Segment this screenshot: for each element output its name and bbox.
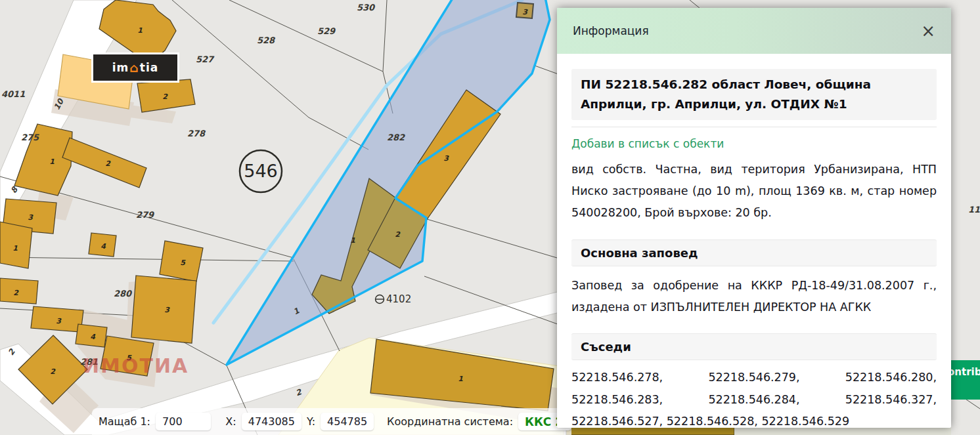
attribution-text: ontribu <box>950 366 980 378</box>
building-label: 3 <box>56 317 62 325</box>
map-label: 530 <box>357 3 376 12</box>
region-number: 546 <box>244 161 278 181</box>
x-label: X: <box>225 415 236 428</box>
map-label: 282 <box>387 133 405 142</box>
map-label: 527 <box>196 54 215 64</box>
neighbors-section-header: Съседи <box>571 333 937 360</box>
info-panel: Информация × ПИ 52218.546.282 област Лов… <box>557 8 951 428</box>
building-label: 3 <box>522 8 528 16</box>
map-label: 4102 <box>386 293 411 305</box>
y-label: Y: <box>307 415 315 428</box>
x-coordinate-input[interactable]: 4743085 <box>242 413 301 430</box>
building-label: 2 <box>395 230 401 239</box>
neighbor-id: 52218.546.284, <box>708 389 799 411</box>
neighbor-id: 52218.546.278, <box>571 367 663 388</box>
imotia-watermark: ИМОТИА <box>83 354 189 377</box>
building-label: 2 <box>50 367 56 376</box>
property-details: вид собств. Частна, вид територия Урбани… <box>571 159 937 224</box>
y-coordinate-input[interactable]: 454785 <box>321 413 374 430</box>
building-label: 3 <box>443 154 449 163</box>
neighbor-id: 52218.546.280, <box>845 367 937 388</box>
building-label: 3 <box>28 213 33 222</box>
order-text: Заповед за одобрение на КККР РД-18-49/31… <box>571 275 937 318</box>
building-label: 2 <box>105 159 111 168</box>
map-label: 280 <box>114 289 133 299</box>
map-label: 4011 <box>1 89 25 99</box>
close-icon[interactable]: × <box>921 22 935 39</box>
neighbors-row: 52218.546.278, 52218.546.279, 52218.546.… <box>571 367 937 388</box>
info-panel-body: ПИ 52218.546.282 област Ловеч, община Ап… <box>557 69 951 428</box>
map-label: 278 <box>187 129 206 138</box>
neighbor-id: 52218.546.327, <box>845 389 937 411</box>
neighbor-id: 52218.546.283, <box>571 389 663 411</box>
neighbors-row: 52218.546.283, 52218.546.284, 52218.546.… <box>571 389 937 411</box>
app-window: 530 529 528 527 282 278 275 4011 279 280… <box>0 0 980 435</box>
map-label: 528 <box>257 35 276 45</box>
logo-text-left: im <box>112 61 129 74</box>
add-to-list-link[interactable]: Добави в списък с обекти <box>571 137 724 150</box>
building-label: 4 <box>90 333 96 341</box>
property-title-wrap: ПИ 52218.546.282 област Ловеч, община Ап… <box>571 69 937 127</box>
neighbors-row: 52218.546.527, 52218.546.528, 52218.546.… <box>571 411 937 428</box>
order-section-header: Основна заповед <box>571 239 937 266</box>
building-label: 1 <box>350 236 355 245</box>
imotia-logo: im⌂tia <box>91 52 179 83</box>
building-label: 3 <box>164 306 170 314</box>
scale-input[interactable]: 700 <box>156 413 211 430</box>
building-label: 2 <box>13 289 19 297</box>
map-label: 529 <box>317 26 336 36</box>
attribution-ribbon[interactable]: ontribu <box>950 360 980 400</box>
panel-title: Информация <box>573 24 649 37</box>
map-label: 279 <box>136 210 155 220</box>
building-label: 1 <box>12 244 18 253</box>
map-label: 11 <box>968 205 980 215</box>
map-statusbar: Мащаб 1: 700 X: 4743085 Y: 454785 Коорди… <box>92 408 571 435</box>
scale-label: Мащаб 1: <box>99 415 150 428</box>
neighbors-list: 52218.546.278, 52218.546.279, 52218.546.… <box>571 367 937 428</box>
building-label: 5 <box>180 259 186 267</box>
property-title: ПИ 52218.546.282 област Ловеч, община Ап… <box>571 69 937 120</box>
neighbor-id: 52218.546.279, <box>708 367 799 388</box>
house-icon: ⌂ <box>129 60 139 75</box>
building-label: 2 <box>162 93 168 101</box>
map-strip <box>734 427 951 435</box>
crs-label: Координатна система: <box>387 415 513 428</box>
building-label: 1 <box>458 375 463 383</box>
map-label: 275 <box>21 133 39 142</box>
building-label: 1 <box>137 26 143 35</box>
building-label: 1 <box>49 157 55 166</box>
building-label: 4 <box>100 242 106 251</box>
logo-text-right: tia <box>140 61 158 74</box>
building[interactable] <box>0 278 38 304</box>
info-panel-header: Информация × <box>557 8 951 54</box>
